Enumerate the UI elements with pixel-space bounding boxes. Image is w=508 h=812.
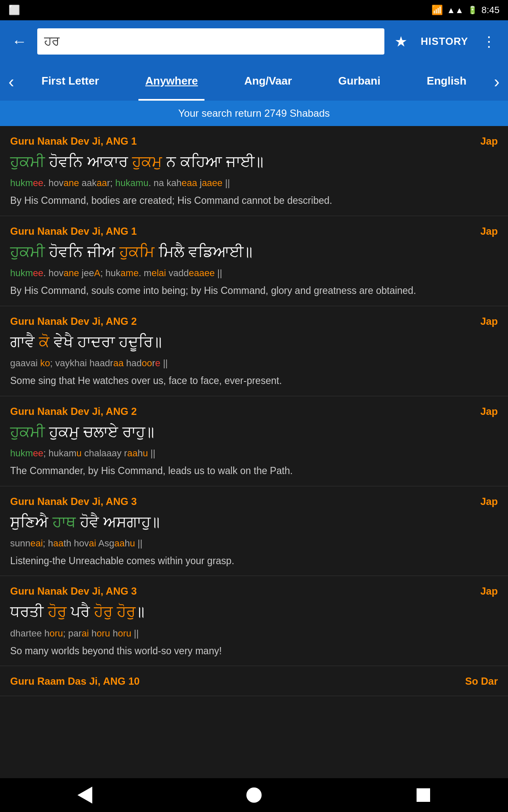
tab-first-letter[interactable]: First Letter <box>35 63 106 101</box>
result-title: Guru Nanak Dev Ji, ANG 3 <box>10 496 137 508</box>
result-title: Guru Nanak Dev Ji, ANG 1 <box>10 135 137 147</box>
table-row[interactable]: Guru Nanak Dev Ji, ANG 1 Jap ਹੁਕਮੀ ਹੋਵਨਿ… <box>0 216 508 306</box>
result-transliteration: hukmee; hukamu chalaaay raahu || <box>10 446 498 460</box>
table-row[interactable]: Guru Raam Das Ji, ANG 10 So Dar <box>0 666 508 696</box>
back-button[interactable]: ← <box>8 29 30 54</box>
battery-icon: 🔋 <box>468 5 477 15</box>
result-gurmukhi: ਹੁਕਮੀ ਹੁਕਮੁ ਚਲਾਏ ਰਾਹੁ॥ <box>10 422 498 443</box>
home-icon <box>246 787 262 803</box>
search-info-bar: Your search return 2749 Shabads <box>0 101 508 126</box>
result-tag: Jap <box>480 406 498 417</box>
result-english: By His Command, bodies are created; His … <box>10 193 498 208</box>
tabs-container: First Letter Anywhere Ang/Vaar Gurbani E… <box>18 63 489 101</box>
result-title: Guru Raam Das Ji, ANG 10 <box>10 675 140 687</box>
result-gurmukhi: ਹੁਕਮੀ ਹੋਵਨਿ ਜੀਅ ਹੁਕਮਿ ਮਿਲੈ ਵਡਿਆਈ॥ <box>10 241 498 263</box>
result-header: Guru Raam Das Ji, ANG 10 So Dar <box>10 675 498 687</box>
result-english: Listening-the Unreachable comes within y… <box>10 554 498 568</box>
result-header: Guru Nanak Dev Ji, ANG 3 Jap <box>10 585 498 597</box>
search-input[interactable] <box>37 28 384 55</box>
table-row[interactable]: Guru Nanak Dev Ji, ANG 1 Jap ਹੁਕਮੀ ਹੋਵਨਿ… <box>0 126 508 216</box>
result-gurmukhi: ਹੁਕਮੀ ਹੋਵਨਿ ਆਕਾਰ ਹੁਕਮੁ ਨ ਕਹਿਆ ਜਾਈ॥ <box>10 151 498 173</box>
favorite-button[interactable]: ★ <box>391 30 411 53</box>
result-title: Guru Nanak Dev Ji, ANG 3 <box>10 585 137 597</box>
result-title: Guru Nanak Dev Ji, ANG 2 <box>10 406 137 417</box>
bottom-nav <box>0 778 508 812</box>
tab-prev-button[interactable]: ‹ <box>4 72 18 91</box>
app-icon: ⬜ <box>8 5 20 16</box>
result-header: Guru Nanak Dev Ji, ANG 2 Jap <box>10 406 498 417</box>
result-transliteration: dhartee horu; parai horu horu || <box>10 626 498 640</box>
result-gurmukhi: ਧਰਤੀ ਹੋਰੁ ਪਰੈ ਹੋਰੁ ਹੋਰੁ॥ <box>10 601 498 623</box>
result-english: Some sing that He watches over us, face … <box>10 373 498 388</box>
tab-anywhere[interactable]: Anywhere <box>138 63 204 101</box>
table-row[interactable]: Guru Nanak Dev Ji, ANG 3 Jap ਧਰਤੀ ਹੋਰੁ ਪ… <box>0 576 508 666</box>
back-icon <box>77 787 92 804</box>
signal-icon: ▲▲ <box>447 5 464 15</box>
result-tag: Jap <box>480 496 498 508</box>
result-tag: Jap <box>480 225 498 237</box>
result-gurmukhi: ਸੁਣਿਐ ਹਾਥ ਹੋਵੈ ਅਸਗਾਹੁ॥ <box>10 512 498 533</box>
results-container: Guru Nanak Dev Ji, ANG 1 Jap ਹੁਕਮੀ ਹੋਵਨਿ… <box>0 126 508 696</box>
result-tag: Jap <box>480 135 498 147</box>
tab-bar: ‹ First Letter Anywhere Ang/Vaar Gurbani… <box>0 63 508 101</box>
status-bar: ⬜ 📶 ▲▲ 🔋 8:45 <box>0 0 508 20</box>
tab-next-button[interactable]: › <box>490 72 504 91</box>
table-row[interactable]: Guru Nanak Dev Ji, ANG 2 Jap ਗਾਵੈ ਕੋ ਵੇਖ… <box>0 306 508 396</box>
result-transliteration: hukmee. hovane jeeA; hukame. melai vadde… <box>10 266 498 280</box>
tab-english[interactable]: English <box>420 63 473 101</box>
result-english: By His Command, souls come into being; b… <box>10 283 498 298</box>
result-transliteration: sunneai; haath hovai Asgaahu || <box>10 536 498 550</box>
result-title: Guru Nanak Dev Ji, ANG 1 <box>10 225 137 237</box>
result-tag: So Dar <box>465 675 498 687</box>
status-bar-right: 📶 ▲▲ 🔋 8:45 <box>431 5 500 16</box>
result-english: So many worlds beyond this world-so very… <box>10 644 498 658</box>
table-row[interactable]: Guru Nanak Dev Ji, ANG 2 Jap ਹੁਕਮੀ ਹੁਕਮੁ… <box>0 396 508 486</box>
search-info-text: Your search return 2749 Shabads <box>178 107 330 119</box>
nav-back-button[interactable] <box>72 782 97 808</box>
wifi-icon: 📶 <box>431 5 443 16</box>
recent-icon <box>417 788 430 802</box>
history-button[interactable]: HISTORY <box>417 32 472 51</box>
result-header: Guru Nanak Dev Ji, ANG 3 Jap <box>10 496 498 508</box>
more-options-button[interactable]: ⋮ <box>478 30 500 53</box>
nav-home-button[interactable] <box>241 782 267 808</box>
result-gurmukhi: ਗਾਵੈ ਕੋ ਵੇਖੈ ਹਾਦਰਾ ਹਦੂਰਿ॥ <box>10 332 498 353</box>
top-bar: ← ★ HISTORY ⋮ <box>0 20 508 63</box>
result-title: Guru Nanak Dev Ji, ANG 2 <box>10 315 137 327</box>
nav-recent-button[interactable] <box>411 782 436 808</box>
result-tag: Jap <box>480 315 498 327</box>
result-header: Guru Nanak Dev Ji, ANG 1 Jap <box>10 225 498 237</box>
table-row[interactable]: Guru Nanak Dev Ji, ANG 3 Jap ਸੁਣਿਐ ਹਾਥ ਹ… <box>0 486 508 576</box>
status-bar-left: ⬜ <box>8 5 20 16</box>
result-transliteration: hukmee. hovane aakaar; hukamu. na kaheaa… <box>10 176 498 190</box>
result-header: Guru Nanak Dev Ji, ANG 1 Jap <box>10 135 498 147</box>
result-header: Guru Nanak Dev Ji, ANG 2 Jap <box>10 315 498 327</box>
tab-gurbani[interactable]: Gurbani <box>331 63 387 101</box>
result-tag: Jap <box>480 585 498 597</box>
result-english: The Commander, by His Command, leads us … <box>10 464 498 478</box>
status-time: 8:45 <box>481 5 500 16</box>
tab-ang-vaar[interactable]: Ang/Vaar <box>237 63 299 101</box>
result-transliteration: gaavai ko; vaykhai haadraa hadoore || <box>10 356 498 370</box>
